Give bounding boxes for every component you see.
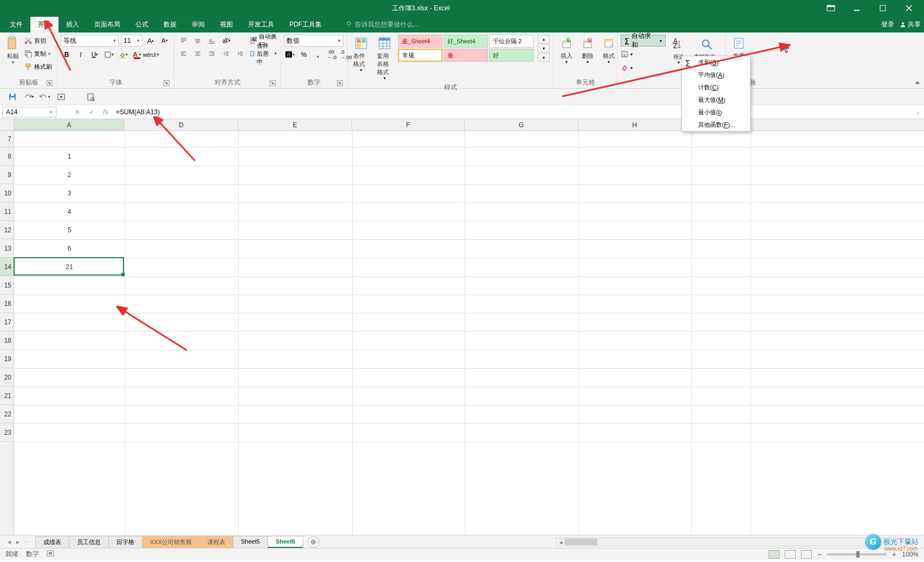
cancel-formula-button[interactable]: ✕ xyxy=(70,106,84,118)
horizontal-scrollbar[interactable]: ◂ ▸ xyxy=(556,538,913,546)
fx-button[interactable]: fx xyxy=(99,106,113,118)
page-break-view-button[interactable] xyxy=(801,550,812,559)
qat-touch-button[interactable] xyxy=(54,90,68,103)
font-launcher[interactable]: ⬊ xyxy=(164,80,170,86)
cell[interactable]: 21 xyxy=(14,258,125,276)
print-preview-button[interactable] xyxy=(83,90,97,103)
cell[interactable]: 3 xyxy=(14,184,125,202)
sheet-tab[interactable]: 成绩表 xyxy=(35,536,69,548)
row-header[interactable]: 8 xyxy=(0,147,14,166)
style-bad-sheet4[interactable]: 差_Sheet4 xyxy=(398,35,443,48)
row-header[interactable]: 7 xyxy=(0,131,14,147)
comma-button[interactable]: , xyxy=(312,49,324,61)
font-name-combo[interactable]: 等线▾ xyxy=(61,35,119,47)
close-button[interactable] xyxy=(898,0,920,16)
ribbon-opts-icon[interactable] xyxy=(820,0,842,16)
row-header[interactable]: 14 xyxy=(0,258,14,276)
autosum-button[interactable]: ∑ 自动求和 ▾ xyxy=(621,35,666,47)
border-button[interactable]: ▾ xyxy=(103,49,115,61)
align-left-button[interactable] xyxy=(178,48,190,60)
grow-font-button[interactable]: A▴ xyxy=(145,35,157,47)
row-header[interactable]: 20 xyxy=(0,368,14,387)
column-header[interactable]: D xyxy=(125,119,238,130)
row-header[interactable]: 21 xyxy=(0,387,14,405)
tab-nav-last[interactable]: ▸ xyxy=(14,538,22,546)
menu-开发工具[interactable]: 开发工具 xyxy=(240,17,282,32)
column-header[interactable]: E xyxy=(238,119,352,130)
autosum-menu-item[interactable]: 计数(C) xyxy=(682,81,750,94)
spreadsheet-grid[interactable]: ADEFGHI 7891011121314151617181920212223 … xyxy=(0,119,924,535)
row-header[interactable]: 13 xyxy=(0,239,14,258)
indent-increase-button[interactable] xyxy=(234,48,246,60)
row-header[interactable]: 17 xyxy=(0,313,14,331)
row-header[interactable]: 11 xyxy=(0,202,14,221)
merge-center-button[interactable]: 合并后居中▾ xyxy=(250,48,277,60)
row-header[interactable]: 15 xyxy=(0,276,14,295)
menu-公式[interactable]: 公式 xyxy=(128,17,156,32)
menu-开始[interactable]: 开始 xyxy=(30,17,58,32)
italic-button[interactable]: I xyxy=(75,49,87,61)
autosum-menu-item[interactable]: 其他函数(F)... xyxy=(682,119,750,131)
sheet-tab[interactable]: Sheet5 xyxy=(233,536,268,548)
zoom-out-button[interactable]: − xyxy=(817,550,822,559)
percent-button[interactable]: % xyxy=(298,49,310,61)
login-link[interactable]: 登录 xyxy=(881,20,894,29)
column-header[interactable]: H xyxy=(578,119,691,130)
style-normal[interactable]: 常规 xyxy=(398,49,443,62)
phonetic-button[interactable]: wén文▾ xyxy=(145,49,157,61)
autosum-menu-item[interactable]: ∑求和(S) xyxy=(682,56,750,69)
sheet-tab[interactable]: 员工信息 xyxy=(69,536,109,548)
style-good-sheet4[interactable]: 好_Sheet4 xyxy=(444,35,488,48)
column-header[interactable]: F xyxy=(352,119,465,130)
style-thousands[interactable]: 千位分隔 2 xyxy=(489,35,533,48)
tab-nav-more[interactable]: ⋯ xyxy=(23,538,30,546)
expand-formula-bar[interactable]: ⌄ xyxy=(912,109,924,115)
shrink-font-button[interactable]: A▾ xyxy=(159,35,171,47)
row-header[interactable]: 22 xyxy=(0,405,14,423)
delete-cells-button[interactable]: ×删除▼ xyxy=(578,35,597,65)
align-launcher[interactable]: ⬊ xyxy=(270,80,276,86)
underline-button[interactable]: U▾ xyxy=(89,49,101,61)
sheet-tab[interactable]: 课程表 xyxy=(199,536,233,548)
tab-nav-first[interactable]: ◂ xyxy=(5,538,13,546)
menu-页面布局[interactable]: 页面布局 xyxy=(87,17,128,32)
number-format-combo[interactable]: 数值▾ xyxy=(284,35,343,47)
menu-插入[interactable]: 插入 xyxy=(58,17,87,32)
format-as-table-button[interactable]: 套用 表格格式▼ xyxy=(375,35,395,81)
conditional-format-button[interactable]: 条件格式▼ xyxy=(351,35,372,73)
align-right-button[interactable] xyxy=(206,48,218,60)
style-bad[interactable]: 差 xyxy=(444,49,488,62)
formula-input[interactable]: =SUM(A8:A13) xyxy=(113,106,912,118)
menu-视图[interactable]: 视图 xyxy=(212,17,240,32)
fill-color-button[interactable]: ▾ xyxy=(117,49,129,61)
menu-审阅[interactable]: 审阅 xyxy=(184,17,212,32)
paste-button[interactable]: 粘贴 ▼ xyxy=(3,35,23,66)
autosum-menu-item[interactable]: 最小值(I) xyxy=(682,106,750,119)
sheet-tab[interactable]: 田字格 xyxy=(108,536,142,548)
menu-数据[interactable]: 数据 xyxy=(156,17,184,32)
row-header[interactable]: 19 xyxy=(0,350,14,368)
minimize-button[interactable] xyxy=(846,0,868,16)
fill-button[interactable]: ▾ xyxy=(621,48,666,60)
row-header[interactable]: 10 xyxy=(0,184,14,202)
cell[interactable]: 1 xyxy=(14,147,125,166)
cut-button[interactable]: 剪切 xyxy=(24,35,52,47)
align-middle-button[interactable] xyxy=(192,35,204,47)
format-painter-button[interactable]: 格式刷 xyxy=(24,61,52,73)
font-size-combo[interactable]: 11▾ xyxy=(121,35,142,47)
align-center-button[interactable] xyxy=(192,48,204,60)
sheet-tab[interactable]: Sheet6 xyxy=(268,536,303,548)
clear-button[interactable]: ▾ xyxy=(621,62,666,74)
styles-scroll-down[interactable]: ▾ xyxy=(538,44,550,53)
indent-decrease-button[interactable] xyxy=(220,48,232,60)
align-top-button[interactable] xyxy=(178,35,190,47)
normal-view-button[interactable] xyxy=(769,550,779,559)
row-header[interactable]: 23 xyxy=(0,423,14,442)
tell-me[interactable]: 告诉我您想要做什么... xyxy=(346,20,419,29)
insert-cells-button[interactable]: +插入▼ xyxy=(557,35,576,65)
row-header[interactable]: 18 xyxy=(0,331,14,350)
share-button[interactable]: 共享 xyxy=(900,20,921,29)
format-cells-button[interactable]: 格式▼ xyxy=(599,35,619,65)
number-launcher[interactable]: ⬊ xyxy=(337,80,343,86)
style-good[interactable]: 好 xyxy=(489,49,533,62)
